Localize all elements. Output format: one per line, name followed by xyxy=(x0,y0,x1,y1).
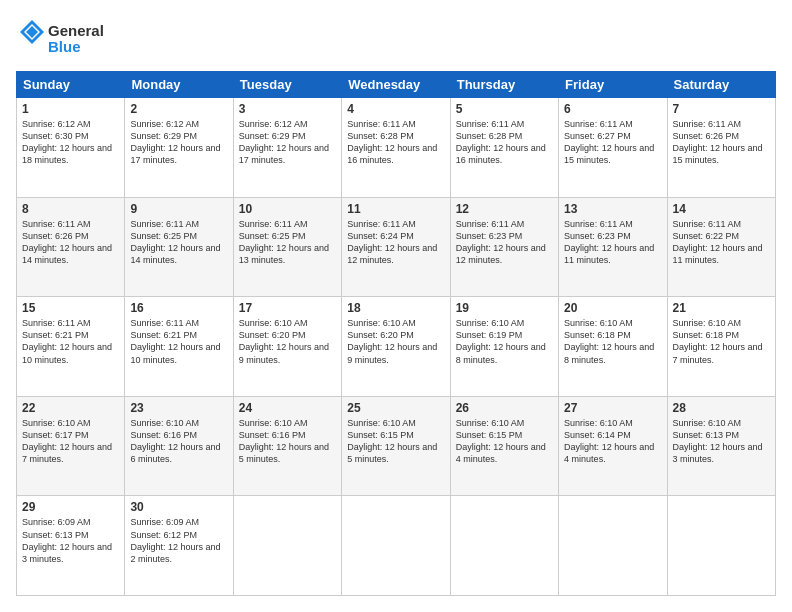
page: General Blue SundayMondayTuesdayWednesda… xyxy=(0,0,792,612)
weekday-header-saturday: Saturday xyxy=(667,72,775,98)
cell-text: Sunrise: 6:11 AMSunset: 6:21 PMDaylight:… xyxy=(22,318,112,364)
cell-text: Sunrise: 6:11 AMSunset: 6:24 PMDaylight:… xyxy=(347,219,437,265)
cell-text: Sunrise: 6:10 AMSunset: 6:19 PMDaylight:… xyxy=(456,318,546,364)
cell-text: Sunrise: 6:10 AMSunset: 6:16 PMDaylight:… xyxy=(239,418,329,464)
day-number: 15 xyxy=(22,301,119,315)
cell-text: Sunrise: 6:12 AMSunset: 6:29 PMDaylight:… xyxy=(239,119,329,165)
cell-text: Sunrise: 6:11 AMSunset: 6:25 PMDaylight:… xyxy=(239,219,329,265)
calendar-cell: 9Sunrise: 6:11 AMSunset: 6:25 PMDaylight… xyxy=(125,197,233,297)
calendar-cell xyxy=(667,496,775,596)
calendar-cell: 23Sunrise: 6:10 AMSunset: 6:16 PMDayligh… xyxy=(125,396,233,496)
calendar-cell: 4Sunrise: 6:11 AMSunset: 6:28 PMDaylight… xyxy=(342,98,450,198)
calendar-cell: 10Sunrise: 6:11 AMSunset: 6:25 PMDayligh… xyxy=(233,197,341,297)
day-number: 1 xyxy=(22,102,119,116)
calendar-cell xyxy=(233,496,341,596)
calendar-cell: 24Sunrise: 6:10 AMSunset: 6:16 PMDayligh… xyxy=(233,396,341,496)
calendar-cell: 14Sunrise: 6:11 AMSunset: 6:22 PMDayligh… xyxy=(667,197,775,297)
weekday-header-friday: Friday xyxy=(559,72,667,98)
day-number: 17 xyxy=(239,301,336,315)
calendar-cell: 11Sunrise: 6:11 AMSunset: 6:24 PMDayligh… xyxy=(342,197,450,297)
calendar-cell: 13Sunrise: 6:11 AMSunset: 6:23 PMDayligh… xyxy=(559,197,667,297)
day-number: 18 xyxy=(347,301,444,315)
cell-text: Sunrise: 6:09 AMSunset: 6:13 PMDaylight:… xyxy=(22,517,112,563)
weekday-header-row: SundayMondayTuesdayWednesdayThursdayFrid… xyxy=(17,72,776,98)
weekday-header-monday: Monday xyxy=(125,72,233,98)
svg-text:Blue: Blue xyxy=(48,38,81,55)
day-number: 20 xyxy=(564,301,661,315)
day-number: 25 xyxy=(347,401,444,415)
calendar-cell: 22Sunrise: 6:10 AMSunset: 6:17 PMDayligh… xyxy=(17,396,125,496)
day-number: 12 xyxy=(456,202,553,216)
weekday-header-sunday: Sunday xyxy=(17,72,125,98)
cell-text: Sunrise: 6:11 AMSunset: 6:28 PMDaylight:… xyxy=(347,119,437,165)
calendar-cell: 19Sunrise: 6:10 AMSunset: 6:19 PMDayligh… xyxy=(450,297,558,397)
calendar-week-row: 29Sunrise: 6:09 AMSunset: 6:13 PMDayligh… xyxy=(17,496,776,596)
day-number: 3 xyxy=(239,102,336,116)
calendar-cell: 1Sunrise: 6:12 AMSunset: 6:30 PMDaylight… xyxy=(17,98,125,198)
cell-text: Sunrise: 6:11 AMSunset: 6:26 PMDaylight:… xyxy=(673,119,763,165)
cell-text: Sunrise: 6:11 AMSunset: 6:25 PMDaylight:… xyxy=(130,219,220,265)
day-number: 23 xyxy=(130,401,227,415)
day-number: 16 xyxy=(130,301,227,315)
cell-text: Sunrise: 6:12 AMSunset: 6:29 PMDaylight:… xyxy=(130,119,220,165)
day-number: 30 xyxy=(130,500,227,514)
day-number: 11 xyxy=(347,202,444,216)
cell-text: Sunrise: 6:11 AMSunset: 6:23 PMDaylight:… xyxy=(456,219,546,265)
day-number: 7 xyxy=(673,102,770,116)
day-number: 27 xyxy=(564,401,661,415)
calendar-cell: 29Sunrise: 6:09 AMSunset: 6:13 PMDayligh… xyxy=(17,496,125,596)
calendar-week-row: 15Sunrise: 6:11 AMSunset: 6:21 PMDayligh… xyxy=(17,297,776,397)
calendar-cell: 2Sunrise: 6:12 AMSunset: 6:29 PMDaylight… xyxy=(125,98,233,198)
cell-text: Sunrise: 6:10 AMSunset: 6:17 PMDaylight:… xyxy=(22,418,112,464)
calendar-cell: 25Sunrise: 6:10 AMSunset: 6:15 PMDayligh… xyxy=(342,396,450,496)
day-number: 5 xyxy=(456,102,553,116)
calendar-cell xyxy=(450,496,558,596)
cell-text: Sunrise: 6:10 AMSunset: 6:15 PMDaylight:… xyxy=(347,418,437,464)
day-number: 26 xyxy=(456,401,553,415)
calendar-cell: 27Sunrise: 6:10 AMSunset: 6:14 PMDayligh… xyxy=(559,396,667,496)
calendar-cell xyxy=(342,496,450,596)
cell-text: Sunrise: 6:10 AMSunset: 6:20 PMDaylight:… xyxy=(347,318,437,364)
cell-text: Sunrise: 6:10 AMSunset: 6:14 PMDaylight:… xyxy=(564,418,654,464)
calendar-cell: 6Sunrise: 6:11 AMSunset: 6:27 PMDaylight… xyxy=(559,98,667,198)
calendar-week-row: 1Sunrise: 6:12 AMSunset: 6:30 PMDaylight… xyxy=(17,98,776,198)
calendar-cell xyxy=(559,496,667,596)
cell-text: Sunrise: 6:10 AMSunset: 6:18 PMDaylight:… xyxy=(673,318,763,364)
cell-text: Sunrise: 6:11 AMSunset: 6:26 PMDaylight:… xyxy=(22,219,112,265)
cell-text: Sunrise: 6:10 AMSunset: 6:15 PMDaylight:… xyxy=(456,418,546,464)
calendar-cell: 20Sunrise: 6:10 AMSunset: 6:18 PMDayligh… xyxy=(559,297,667,397)
day-number: 21 xyxy=(673,301,770,315)
day-number: 9 xyxy=(130,202,227,216)
calendar-cell: 3Sunrise: 6:12 AMSunset: 6:29 PMDaylight… xyxy=(233,98,341,198)
svg-text:General: General xyxy=(48,22,104,39)
day-number: 22 xyxy=(22,401,119,415)
calendar-cell: 18Sunrise: 6:10 AMSunset: 6:20 PMDayligh… xyxy=(342,297,450,397)
calendar-week-row: 8Sunrise: 6:11 AMSunset: 6:26 PMDaylight… xyxy=(17,197,776,297)
calendar-cell: 28Sunrise: 6:10 AMSunset: 6:13 PMDayligh… xyxy=(667,396,775,496)
cell-text: Sunrise: 6:10 AMSunset: 6:20 PMDaylight:… xyxy=(239,318,329,364)
calendar-cell: 15Sunrise: 6:11 AMSunset: 6:21 PMDayligh… xyxy=(17,297,125,397)
calendar-cell: 7Sunrise: 6:11 AMSunset: 6:26 PMDaylight… xyxy=(667,98,775,198)
day-number: 19 xyxy=(456,301,553,315)
day-number: 6 xyxy=(564,102,661,116)
calendar-week-row: 22Sunrise: 6:10 AMSunset: 6:17 PMDayligh… xyxy=(17,396,776,496)
calendar-cell: 16Sunrise: 6:11 AMSunset: 6:21 PMDayligh… xyxy=(125,297,233,397)
day-number: 10 xyxy=(239,202,336,216)
logo-svg: General Blue xyxy=(16,16,126,61)
cell-text: Sunrise: 6:09 AMSunset: 6:12 PMDaylight:… xyxy=(130,517,220,563)
day-number: 24 xyxy=(239,401,336,415)
cell-text: Sunrise: 6:10 AMSunset: 6:13 PMDaylight:… xyxy=(673,418,763,464)
cell-text: Sunrise: 6:11 AMSunset: 6:21 PMDaylight:… xyxy=(130,318,220,364)
cell-text: Sunrise: 6:11 AMSunset: 6:22 PMDaylight:… xyxy=(673,219,763,265)
day-number: 2 xyxy=(130,102,227,116)
calendar-cell: 17Sunrise: 6:10 AMSunset: 6:20 PMDayligh… xyxy=(233,297,341,397)
day-number: 8 xyxy=(22,202,119,216)
weekday-header-thursday: Thursday xyxy=(450,72,558,98)
calendar-cell: 30Sunrise: 6:09 AMSunset: 6:12 PMDayligh… xyxy=(125,496,233,596)
calendar-cell: 26Sunrise: 6:10 AMSunset: 6:15 PMDayligh… xyxy=(450,396,558,496)
weekday-header-tuesday: Tuesday xyxy=(233,72,341,98)
cell-text: Sunrise: 6:12 AMSunset: 6:30 PMDaylight:… xyxy=(22,119,112,165)
cell-text: Sunrise: 6:11 AMSunset: 6:23 PMDaylight:… xyxy=(564,219,654,265)
day-number: 29 xyxy=(22,500,119,514)
calendar-table: SundayMondayTuesdayWednesdayThursdayFrid… xyxy=(16,71,776,596)
